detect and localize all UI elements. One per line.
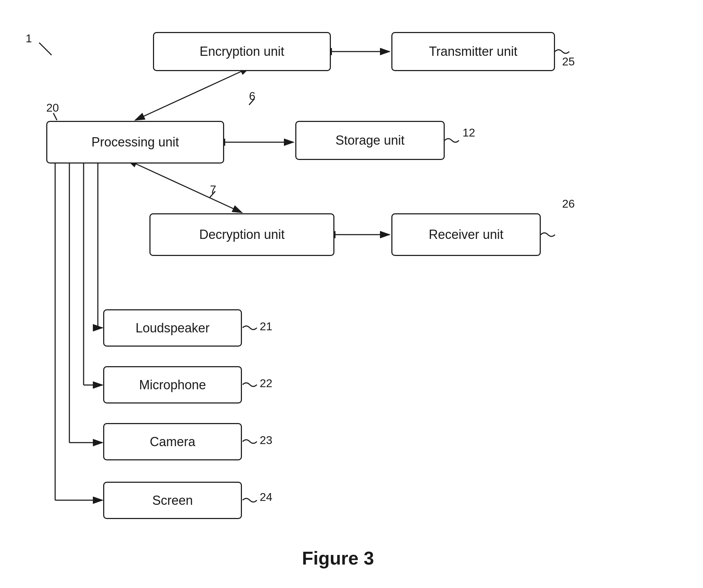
loudspeaker-label: Loudspeaker [136, 321, 210, 336]
encryption-unit-box: Encryption unit [153, 32, 331, 71]
processing-unit-label: Processing unit [91, 135, 179, 150]
microphone-box: Microphone [103, 366, 242, 403]
ref-6: 6 [249, 90, 255, 103]
ref-23: 23 [260, 434, 273, 447]
screen-box: Screen [103, 482, 242, 519]
screen-label: Screen [152, 493, 193, 508]
ref-25: 25 [562, 55, 575, 68]
ref-1: 1 [26, 32, 32, 45]
receiver-unit-box: Receiver unit [391, 213, 541, 256]
ref-22: 22 [260, 377, 273, 390]
svg-line-4 [135, 71, 242, 120]
transmitter-unit-box: Transmitter unit [391, 32, 555, 71]
receiver-unit-label: Receiver unit [429, 227, 503, 242]
microphone-label: Microphone [139, 378, 206, 392]
ref-24: 24 [260, 491, 273, 504]
svg-line-6 [135, 164, 242, 213]
camera-box: Camera [103, 423, 242, 460]
decryption-unit-box: Decryption unit [149, 213, 334, 256]
ref-12: 12 [462, 126, 475, 139]
storage-unit-box: Storage unit [295, 121, 445, 160]
transmitter-unit-label: Transmitter unit [429, 44, 518, 59]
encryption-unit-label: Encryption unit [200, 44, 284, 59]
ref-21: 21 [260, 320, 273, 333]
ref-26: 26 [562, 197, 575, 210]
storage-unit-label: Storage unit [335, 133, 405, 148]
loudspeaker-box: Loudspeaker [103, 309, 242, 347]
figure-label: Figure 3 [249, 547, 427, 569]
decryption-unit-label: Decryption unit [199, 227, 285, 242]
camera-label: Camera [150, 434, 195, 449]
ref-20: 20 [46, 101, 59, 114]
ref-7: 7 [210, 183, 216, 196]
svg-line-16 [39, 43, 52, 55]
diagram-container: Encryption unit Transmitter unit Process… [0, 0, 703, 588]
processing-unit-box: Processing unit [46, 121, 224, 164]
